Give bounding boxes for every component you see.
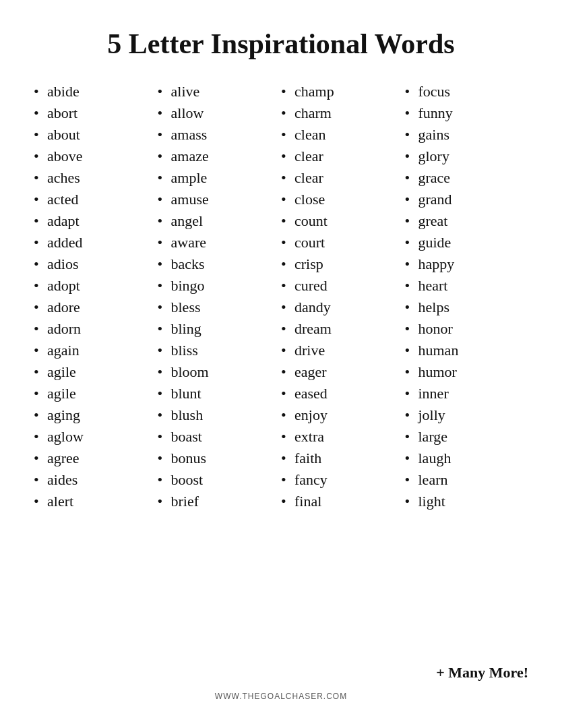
word-text: champ bbox=[294, 84, 334, 99]
word-item: •final bbox=[281, 491, 405, 512]
word-text: faith bbox=[294, 451, 321, 466]
word-item: •clean bbox=[281, 124, 405, 146]
word-item: •heart bbox=[405, 275, 529, 297]
word-item: •light bbox=[405, 491, 529, 512]
word-text: angel bbox=[171, 214, 204, 229]
word-item: •adorn bbox=[34, 318, 158, 340]
bullet-icon: • bbox=[281, 473, 294, 487]
word-item: •great bbox=[405, 210, 529, 232]
word-text: jolly bbox=[418, 408, 445, 423]
word-text: adore bbox=[47, 300, 80, 315]
word-item: •agile bbox=[34, 361, 158, 383]
bullet-icon: • bbox=[405, 429, 418, 444]
columns-container: •abide•abort•about•above•aches•acted•ada… bbox=[34, 81, 528, 659]
bullet-icon: • bbox=[34, 365, 47, 380]
bullet-icon: • bbox=[34, 106, 47, 121]
word-item: •cured bbox=[281, 275, 405, 297]
word-item: •dream bbox=[281, 318, 405, 340]
word-text: adapt bbox=[47, 214, 80, 229]
word-text: abide bbox=[47, 84, 80, 99]
bullet-icon: • bbox=[405, 473, 418, 487]
word-text: aides bbox=[47, 473, 77, 487]
bullet-icon: • bbox=[34, 257, 47, 272]
word-text: laugh bbox=[418, 451, 451, 466]
word-item: •brief bbox=[158, 491, 282, 512]
word-item: •alive bbox=[158, 81, 282, 102]
word-item: •aides bbox=[34, 469, 158, 491]
bullet-icon: • bbox=[158, 494, 171, 509]
word-text: again bbox=[47, 343, 80, 358]
word-item: •extra bbox=[281, 426, 405, 448]
word-text: adorn bbox=[47, 322, 81, 336]
bullet-icon: • bbox=[158, 278, 171, 293]
bullet-icon: • bbox=[405, 192, 418, 207]
word-item: •adopt bbox=[34, 275, 158, 297]
bullet-icon: • bbox=[281, 235, 294, 250]
bullet-icon: • bbox=[281, 106, 294, 121]
bullet-icon: • bbox=[281, 127, 294, 142]
bullet-icon: • bbox=[405, 106, 418, 121]
word-text: acted bbox=[47, 192, 78, 207]
word-text: enjoy bbox=[294, 408, 327, 423]
word-text: eager bbox=[294, 365, 327, 380]
word-text: light bbox=[418, 494, 445, 509]
bullet-icon: • bbox=[34, 343, 47, 358]
word-item: •champ bbox=[281, 81, 405, 102]
word-text: clear bbox=[294, 171, 323, 185]
word-item: •court bbox=[281, 232, 405, 253]
bullet-icon: • bbox=[158, 429, 171, 444]
word-text: clean bbox=[294, 127, 325, 142]
bullet-icon: • bbox=[405, 127, 418, 142]
word-item: •glory bbox=[405, 146, 529, 167]
word-item: •grand bbox=[405, 189, 529, 210]
word-text: amass bbox=[171, 127, 208, 142]
word-item: •agree bbox=[34, 448, 158, 469]
word-text: focus bbox=[418, 84, 451, 99]
bullet-icon: • bbox=[405, 494, 418, 509]
bullet-icon: • bbox=[34, 451, 47, 466]
word-text: alert bbox=[47, 494, 73, 509]
bullet-icon: • bbox=[405, 257, 418, 272]
word-column-4: •focus•funny•gains•glory•grace•grand•gre… bbox=[405, 81, 529, 659]
word-item: •jolly bbox=[405, 404, 529, 426]
word-text: alive bbox=[171, 84, 200, 99]
word-text: amaze bbox=[171, 149, 209, 164]
word-text: count bbox=[294, 214, 327, 229]
word-item: •agile bbox=[34, 383, 158, 404]
bullet-icon: • bbox=[34, 235, 47, 250]
word-text: boast bbox=[171, 429, 202, 444]
bullet-icon: • bbox=[405, 235, 418, 250]
word-text: charm bbox=[294, 106, 332, 121]
word-item: •fancy bbox=[281, 469, 405, 491]
word-text: aches bbox=[47, 171, 80, 185]
bullet-icon: • bbox=[34, 322, 47, 336]
bullet-icon: • bbox=[158, 84, 171, 99]
word-text: bless bbox=[171, 300, 201, 315]
bullet-icon: • bbox=[34, 386, 47, 401]
word-text: gains bbox=[418, 127, 449, 142]
word-text: cured bbox=[294, 278, 327, 293]
word-text: close bbox=[294, 192, 325, 207]
word-item: •alert bbox=[34, 491, 158, 512]
word-item: •charm bbox=[281, 102, 405, 124]
word-text: helps bbox=[418, 300, 449, 315]
bullet-icon: • bbox=[158, 171, 171, 185]
word-text: about bbox=[47, 127, 80, 142]
word-text: brief bbox=[171, 494, 199, 509]
word-item: •close bbox=[281, 189, 405, 210]
word-item: •bonus bbox=[158, 448, 282, 469]
bullet-icon: • bbox=[281, 494, 294, 509]
word-text: bonus bbox=[171, 451, 207, 466]
word-item: •human bbox=[405, 340, 529, 361]
word-text: drive bbox=[294, 343, 325, 358]
bullet-icon: • bbox=[158, 473, 171, 487]
word-text: agile bbox=[47, 386, 76, 401]
bullet-icon: • bbox=[281, 408, 294, 423]
word-item: •backs bbox=[158, 253, 282, 275]
word-item: •inner bbox=[405, 383, 529, 404]
word-text: ample bbox=[171, 171, 208, 185]
bullet-icon: • bbox=[34, 171, 47, 185]
bullet-icon: • bbox=[158, 127, 171, 142]
word-item: •amaze bbox=[158, 146, 282, 167]
bullet-icon: • bbox=[405, 149, 418, 164]
